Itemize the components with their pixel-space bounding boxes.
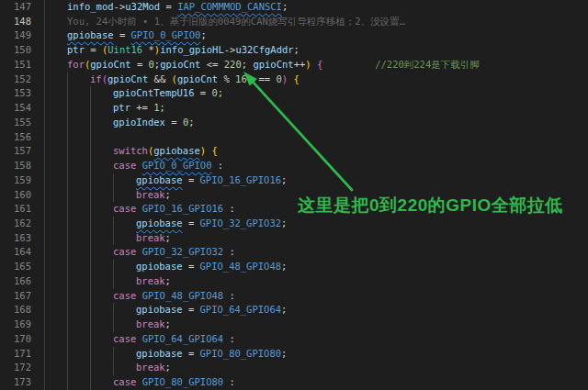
indent-guide [67,375,68,390]
line-content: gpiobase = GPIO_16_GPIO16; [37,173,588,188]
line-number[interactable]: 154 [0,101,37,116]
line-number[interactable]: 172 [0,361,37,375]
line-number[interactable]: 150 [0,43,37,58]
indent-guide [67,173,68,188]
line-content: switch(gpiobase) { [37,144,588,159]
indent-guide [44,43,45,58]
line-number[interactable]: 164 [0,245,37,260]
line-content: ptr = (Uint16 *)info_gpioHL->u32CfgAddr; [37,43,588,58]
indent-guide [44,217,45,231]
line-number[interactable]: 166 [0,274,37,289]
code-line[interactable]: 160break; [0,188,588,203]
code-line[interactable]: 149gpiobase = GPIO_0_GPIO0; [0,28,588,43]
indent-guide [67,130,68,145]
line-number[interactable]: 170 [0,332,37,347]
line-number[interactable]: 167 [0,289,37,304]
line-number[interactable]: 153 [0,86,37,101]
code-line[interactable]: 159gpiobase = GPIO_16_GPIO16; [0,173,588,188]
code-line[interactable]: 147info_mod->u32Mod = IAP_COMMMOD_CANSCI… [0,0,588,15]
line-number[interactable]: 148 [0,15,37,29]
line-number[interactable]: 157 [0,144,37,159]
code-line[interactable]: 170case GPIO_64_GPIO64 : [0,332,588,347]
indent-guide [67,260,68,274]
indent-guide [113,361,114,375]
indent-guide [67,72,68,87]
code-line[interactable]: 172break; [0,361,588,375]
code-editor[interactable]: 147info_mod->u32Mod = IAP_COMMMOD_CANSCI… [0,0,588,390]
indent-guide [44,361,45,375]
indent-guide [67,274,68,289]
code-line[interactable]: 163break; [0,231,588,246]
line-number[interactable]: 151 [0,58,37,72]
code-line[interactable]: 151for(gpioCnt = 0;gpioCnt <= 220; gpioC… [0,58,588,72]
code-line[interactable]: 171gpiobase = GPIO_80_GPIO80; [0,347,588,362]
indent-guide [113,173,114,188]
indent-guide [113,188,114,203]
indent-guide [90,375,91,390]
code-line[interactable]: 173case GPIO_80_GPIO80 : [0,375,588,390]
line-number[interactable]: 162 [0,217,37,231]
indent-guide [90,361,91,375]
line-content: case GPIO_32_GPIO32 : [37,245,588,260]
indent-guide [67,318,68,332]
line-content: break; [37,274,588,289]
code-line[interactable]: 164case GPIO_32_GPIO32 : [0,245,588,260]
line-content: break; [37,361,588,375]
indent-guide [67,116,68,130]
line-number[interactable]: 171 [0,347,37,362]
code-line[interactable]: 161case GPIO_16_GPIO16 : [0,202,588,217]
line-content: gpiobase = GPIO_64_GPIO64; [37,303,588,318]
line-number[interactable]: 163 [0,231,37,246]
code-line[interactable]: 168gpiobase = GPIO_64_GPIO64; [0,303,588,318]
line-number[interactable]: 152 [0,72,37,87]
indent-guide [44,245,45,260]
line-number[interactable]: 161 [0,202,37,217]
line-content: gpiobase = GPIO_48_GPIO48; [37,260,588,274]
line-number[interactable]: 168 [0,303,37,318]
code-line[interactable]: 154ptr += 1; [0,101,588,116]
line-number[interactable]: 169 [0,318,37,332]
indent-guide [67,332,68,347]
code-line[interactable]: 169break; [0,318,588,332]
line-content: for(gpioCnt = 0;gpioCnt <= 220; gpioCnt+… [37,58,588,72]
indent-guide [67,231,68,246]
line-content: You, 24小时前 • 1、基于旧版的0049的CAN烧写引导程序移植；2、没… [37,15,588,29]
code-line[interactable]: 158case GPIO_0_GPIO0 : [0,159,588,173]
line-number[interactable]: 156 [0,130,37,145]
line-number[interactable]: 149 [0,28,37,43]
indent-guide [90,173,91,188]
indent-guide [44,332,45,347]
indent-guide [67,86,68,101]
code-line[interactable]: 166break; [0,274,588,289]
line-content: gpiobase = GPIO_80_GPIO80; [37,347,588,362]
line-number[interactable]: 160 [0,188,37,203]
code-line[interactable]: 156 [0,130,588,145]
line-number[interactable]: 147 [0,0,37,15]
indent-guide [67,188,68,203]
indent-guide [67,303,68,318]
code-line[interactable]: 155gpioIndex = 0; [0,116,588,130]
code-line[interactable]: 165gpiobase = GPIO_48_GPIO48; [0,260,588,274]
code-line[interactable]: 153gpioCntTempU16 = 0; [0,86,588,101]
code-line[interactable]: 152if(gpioCnt && (gpioCnt % 16) == 0) { [0,72,588,87]
line-number[interactable]: 155 [0,116,37,130]
line-number[interactable]: 165 [0,260,37,274]
indent-guide [90,217,91,231]
line-content: if(gpioCnt && (gpioCnt % 16) == 0) { [37,72,588,87]
code-line[interactable]: 150ptr = (Uint16 *)info_gpioHL->u32CfgAd… [0,43,588,58]
indent-guide [90,289,91,304]
indent-guide [113,347,114,362]
code-line[interactable]: 157switch(gpiobase) { [0,144,588,159]
code-line[interactable]: 162gpiobase = GPIO_32_GPIO32; [0,217,588,231]
indent-guide [44,101,45,116]
line-number[interactable]: 159 [0,173,37,188]
code-line[interactable]: 148You, 24小时前 • 1、基于旧版的0049的CAN烧写引导程序移植；… [0,15,588,29]
indent-guide [113,231,114,246]
line-number[interactable]: 173 [0,375,37,390]
line-content: break; [37,318,588,332]
indent-guide [44,173,45,188]
code-line[interactable]: 167case GPIO_48_GPIO48 : [0,289,588,304]
line-content: case GPIO_80_GPIO80 : [37,375,588,390]
indent-guide [90,188,91,203]
line-number[interactable]: 158 [0,159,37,173]
